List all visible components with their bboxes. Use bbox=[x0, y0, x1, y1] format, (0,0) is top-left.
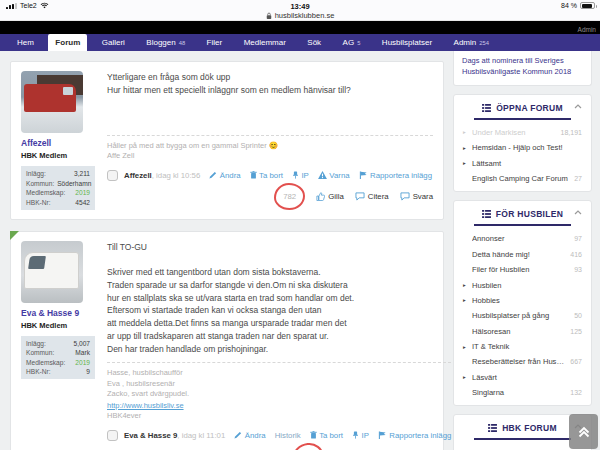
section-title: ÖPPNA FORUM bbox=[496, 103, 563, 113]
avatar[interactable] bbox=[21, 241, 83, 303]
forum-link[interactable]: Singlarna132 bbox=[462, 385, 583, 400]
post-timestamp: , idag kl 10:56 bbox=[152, 171, 201, 180]
section-underline bbox=[474, 438, 571, 440]
edit-link[interactable]: Ändra bbox=[209, 171, 240, 180]
sidebar-section-oppna-forum: ÖPPNA FORUM ▸Under Markisen18,191 ▸Hemsi… bbox=[453, 94, 592, 193]
reply-button[interactable]: Svara bbox=[400, 192, 433, 201]
forum-link[interactable]: Reseberättelser från Husbilen667 bbox=[462, 354, 583, 369]
battery-percent: 84 % bbox=[561, 2, 577, 9]
sidebar-section-for-husbilen: FÖR HUSBILEN Annonser97 Detta hände mig!… bbox=[453, 200, 592, 406]
forum-link[interactable]: ▸Hobbies bbox=[462, 293, 583, 308]
nav-item-forum[interactable]: Forum bbox=[48, 34, 87, 51]
address-bar[interactable]: husbilsklubben.se bbox=[0, 11, 600, 20]
nav-item-ag[interactable]: AG5 bbox=[336, 34, 368, 51]
sidebar-notice-link[interactable]: Dags att nominera till Sveriges Husbilsv… bbox=[453, 51, 592, 86]
history-link[interactable]: Historik bbox=[275, 431, 301, 440]
chevron-up-icon[interactable] bbox=[574, 210, 582, 215]
ip-link[interactable]: IP bbox=[352, 431, 369, 440]
section-header[interactable]: FÖR HUSBILEN bbox=[462, 209, 583, 219]
quote-button[interactable]: Citera bbox=[355, 192, 389, 201]
author-stats: Inlägg:3,211 Kommun:Söderhamn Medlemskap… bbox=[21, 166, 95, 210]
url-text: husbilsklubben.se bbox=[275, 11, 335, 20]
post-footer: Eva & Hasse 9 , idag kl 11:01 Ändra Hist… bbox=[107, 430, 451, 441]
signature-divider bbox=[107, 362, 451, 363]
section-underline bbox=[474, 118, 571, 120]
reply-bubble-icon bbox=[400, 192, 410, 201]
quote-bubble-icon bbox=[355, 192, 365, 201]
nav-item-galleri[interactable]: Galleri bbox=[95, 34, 132, 51]
delete-link[interactable]: Ta bort bbox=[310, 431, 343, 440]
section-header[interactable]: ÖPPNA FORUM bbox=[462, 103, 583, 113]
warn-link[interactable]: Varna bbox=[318, 171, 350, 180]
report-link[interactable]: Rapportera inlägg bbox=[359, 171, 432, 180]
nav-item-filer[interactable]: Filer bbox=[200, 34, 230, 51]
lock-icon bbox=[266, 12, 272, 20]
report-link[interactable]: Rapportera inlägg bbox=[378, 431, 451, 440]
forum-link[interactable]: ▸Under Markisen18,191 bbox=[462, 125, 583, 140]
author-role: HBK Medlem bbox=[21, 151, 99, 160]
subforum-arrow-icon: ▸ bbox=[463, 374, 472, 380]
new-post-marker bbox=[10, 231, 19, 240]
subforum-arrow-icon: ▸ bbox=[463, 129, 472, 135]
forum-link[interactable]: English Camping Car Forum27 bbox=[462, 171, 583, 186]
warning-icon bbox=[318, 171, 327, 179]
forum-link[interactable]: Annonser97 bbox=[462, 231, 583, 246]
subforum-arrow-icon: ▸ bbox=[463, 282, 472, 288]
post-number-wrap: 782 bbox=[274, 183, 305, 210]
nav-item-bloggen[interactable]: Bloggen48 bbox=[139, 34, 192, 51]
main-nav: Hem Forum Galleri Bloggen48 Filer Medlem… bbox=[0, 34, 600, 51]
forum-link[interactable]: ▸Husbilsplatser1,070 bbox=[462, 445, 583, 450]
page-content: Affezell HBK Medlem Inlägg:3,211 Kommun:… bbox=[0, 51, 600, 450]
menu-list-icon bbox=[482, 210, 491, 218]
nav-item-medlemmar[interactable]: Medlemmar bbox=[237, 34, 293, 51]
author-name-link[interactable]: Affezell bbox=[21, 138, 99, 148]
thread-posts: Affezell HBK Medlem Inlägg:3,211 Kommun:… bbox=[10, 61, 444, 450]
forum-link[interactable]: ▸Läsvärt bbox=[462, 370, 583, 385]
footer-author[interactable]: Eva & Hasse 9 bbox=[124, 431, 177, 440]
post-text: Till TO-GU Skriver med ett tangentbord u… bbox=[107, 241, 451, 356]
battery-group: 84 % bbox=[561, 2, 595, 9]
nav-count: 5 bbox=[357, 40, 360, 46]
forum-link[interactable]: Detta hände mig!416 bbox=[462, 247, 583, 262]
pencil-icon bbox=[209, 171, 217, 179]
forum-link[interactable]: ▸Hemsidan - Hjälp och Test! bbox=[462, 140, 583, 155]
pencil-icon bbox=[234, 431, 242, 439]
scroll-to-top-button[interactable] bbox=[569, 414, 598, 449]
select-post-checkbox[interactable] bbox=[107, 170, 118, 181]
select-post-checkbox[interactable] bbox=[107, 430, 118, 441]
post-number-wrap: 783 bbox=[293, 443, 324, 450]
ip-link[interactable]: IP bbox=[292, 171, 309, 180]
footer-author[interactable]: Affezell bbox=[124, 171, 152, 180]
nav-item-hem[interactable]: Hem bbox=[10, 34, 41, 51]
nav-item-sok[interactable]: Sök bbox=[300, 34, 328, 51]
delete-link[interactable]: Ta bort bbox=[250, 171, 283, 180]
forum-link[interactable]: ▸Lättsamt bbox=[462, 156, 583, 171]
avatar[interactable] bbox=[21, 71, 83, 133]
forum-post: Affezell HBK Medlem Inlägg:3,211 Kommun:… bbox=[10, 61, 444, 220]
nav-item-husbilsplatser[interactable]: Husbilsplatser bbox=[375, 34, 439, 51]
signature: Hasse, husbilschaufför Eva , husbilsrese… bbox=[107, 368, 451, 400]
admin-corner-link[interactable]: Admin bbox=[578, 26, 596, 33]
signature: Håller på med att bygga om en gammal Spr… bbox=[107, 141, 433, 162]
post-actions: 782 Gilla Citera Svara bbox=[107, 183, 433, 210]
author-name-link[interactable]: Eva & Hasse 9 bbox=[21, 308, 99, 318]
post-number[interactable]: 782 bbox=[283, 192, 296, 201]
signature-divider bbox=[107, 135, 433, 136]
pin-icon bbox=[352, 431, 359, 439]
forum-link[interactable]: ▸Husbilen bbox=[462, 277, 583, 292]
forum-link[interactable]: Filer för Husbilen93 bbox=[462, 262, 583, 277]
flag-icon bbox=[359, 171, 368, 179]
section-header[interactable]: HBK FORUM bbox=[462, 423, 583, 433]
forum-link[interactable]: Hälsoresan125 bbox=[462, 324, 583, 339]
nav-count: 254 bbox=[479, 40, 489, 46]
forum-link[interactable]: ▸IT & Teknik bbox=[462, 339, 583, 354]
subforum-arrow-icon: ▸ bbox=[463, 160, 472, 166]
like-button[interactable]: Gilla bbox=[316, 192, 344, 201]
signature-link[interactable]: http://www.husbilsliv.se bbox=[107, 401, 184, 412]
nav-item-admin[interactable]: Admin254 bbox=[447, 34, 496, 51]
chevron-up-icon[interactable] bbox=[574, 104, 582, 109]
edit-link[interactable]: Ändra bbox=[234, 431, 265, 440]
forum-link[interactable]: Husbilsplatser på gång50 bbox=[462, 308, 583, 323]
post-actions: 783 Gilla Citera Svara bbox=[107, 443, 451, 450]
menu-list-icon bbox=[488, 424, 497, 432]
